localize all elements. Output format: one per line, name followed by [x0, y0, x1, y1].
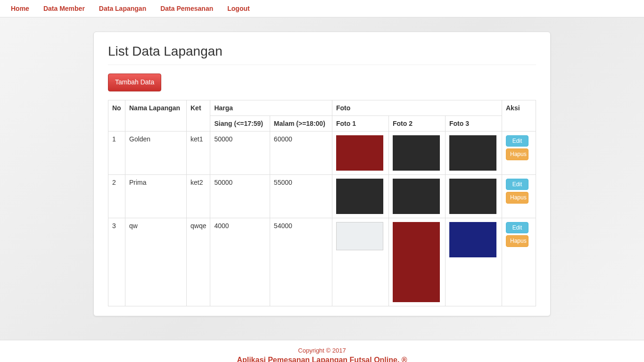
cell-malam: 54000: [270, 218, 332, 306]
nav-data-member[interactable]: Data Member: [36, 0, 92, 17]
th-foto2: Foto 2: [389, 115, 446, 131]
cell-siang: 50000: [210, 131, 270, 174]
th-foto1: Foto 1: [332, 115, 389, 131]
table-row: 2 Prima ket2 50000 55000 Edit Hapus: [108, 174, 536, 218]
cell-no: 1: [108, 131, 125, 174]
cell-foto1: [332, 174, 389, 218]
cell-aksi: Edit Hapus: [502, 131, 536, 174]
cell-ket: ket1: [187, 131, 210, 174]
nav-data-pemesanan[interactable]: Data Pemesanan: [153, 0, 220, 17]
page-title: List Data Lapangan: [108, 44, 536, 59]
th-harga: Harga: [210, 100, 332, 115]
top-navbar: Home Data Member Data Lapangan Data Peme…: [0, 0, 644, 17]
th-siang: Siang (<=17:59): [210, 115, 270, 131]
nav-logout[interactable]: Logout: [220, 0, 256, 17]
cell-foto2: [389, 218, 446, 306]
cell-no: 2: [108, 174, 125, 218]
cell-foto2: [389, 131, 446, 174]
cell-aksi: Edit Hapus: [502, 174, 536, 218]
photo-thumbnail[interactable]: [449, 135, 496, 171]
cell-nama: Golden: [125, 131, 187, 174]
photo-thumbnail[interactable]: [393, 179, 440, 214]
cell-no: 3: [108, 218, 125, 306]
cell-foto1: [332, 218, 389, 306]
cell-foto2: [389, 174, 446, 218]
cell-foto1: [332, 131, 389, 174]
photo-thumbnail[interactable]: [449, 222, 496, 257]
cell-nama: qw: [125, 218, 187, 306]
table-row: 1 Golden ket1 50000 60000 Edit Hapus: [108, 131, 536, 174]
cell-ket: ket2: [187, 174, 210, 218]
th-aksi: Aksi: [502, 100, 536, 131]
th-nama: Nama Lapangan: [125, 100, 187, 131]
main-panel: List Data Lapangan Tambah Data No Nama L…: [93, 32, 551, 316]
cell-siang: 4000: [210, 218, 270, 306]
edit-button[interactable]: Edit: [506, 135, 528, 147]
cell-nama: Prima: [125, 174, 187, 218]
cell-foto3: [446, 174, 502, 218]
footer: Copyright © 2017 Aplikasi Pemesanan Lapa…: [0, 340, 644, 362]
th-foto: Foto: [332, 100, 502, 115]
delete-button[interactable]: Hapus: [506, 235, 528, 247]
add-data-button[interactable]: Tambah Data: [108, 74, 161, 91]
lapangan-table: No Nama Lapangan Ket Harga Foto Aksi Sia…: [108, 100, 536, 306]
photo-thumbnail[interactable]: [449, 179, 496, 214]
cell-aksi: Edit Hapus: [502, 218, 536, 306]
th-ket: Ket: [187, 100, 210, 131]
cell-ket: qwqe: [187, 218, 210, 306]
cell-malam: 60000: [270, 131, 332, 174]
edit-button[interactable]: Edit: [506, 179, 528, 190]
divider: [108, 65, 536, 65]
delete-button[interactable]: Hapus: [506, 192, 528, 204]
photo-thumbnail[interactable]: [393, 135, 440, 171]
delete-button[interactable]: Hapus: [506, 148, 528, 160]
cell-foto3: [446, 218, 502, 306]
edit-button[interactable]: Edit: [506, 222, 528, 234]
footer-copyright: Copyright © 2017: [0, 347, 644, 354]
cell-siang: 50000: [210, 174, 270, 218]
th-foto3: Foto 3: [446, 115, 502, 131]
photo-thumbnail[interactable]: [336, 179, 383, 214]
table-row: 3 qw qwqe 4000 54000 Edit Hapus: [108, 218, 536, 306]
th-malam: Malam (>=18:00): [270, 115, 332, 131]
photo-thumbnail[interactable]: [336, 222, 383, 250]
footer-appname: Aplikasi Pemesanan Lapangan Futsal Onlin…: [0, 356, 644, 362]
nav-data-lapangan[interactable]: Data Lapangan: [92, 0, 153, 17]
cell-malam: 55000: [270, 174, 332, 218]
photo-thumbnail[interactable]: [336, 135, 383, 171]
nav-home[interactable]: Home: [4, 0, 36, 17]
photo-thumbnail[interactable]: [393, 222, 440, 302]
cell-foto3: [446, 131, 502, 174]
th-no: No: [108, 100, 125, 131]
